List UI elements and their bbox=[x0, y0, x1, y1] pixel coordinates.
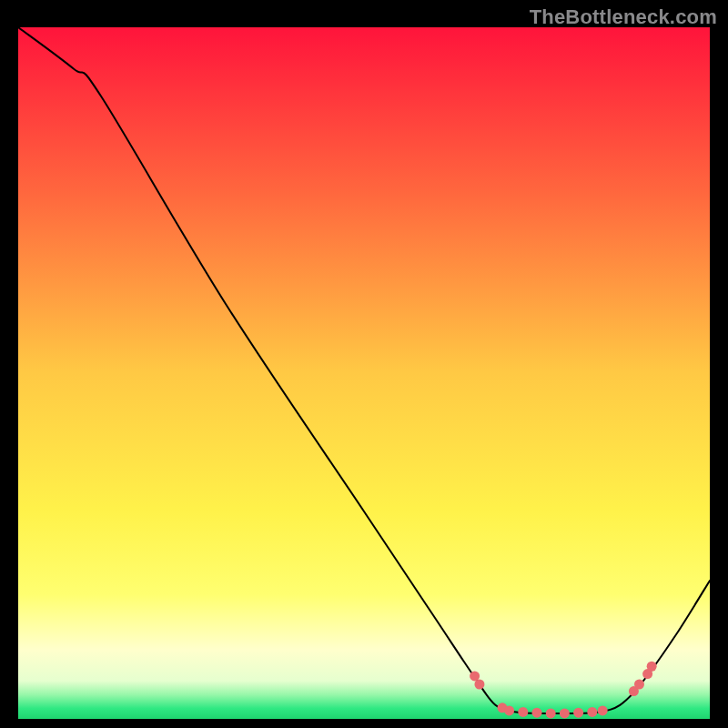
plot-area bbox=[18, 27, 710, 719]
data-marker bbox=[546, 708, 556, 718]
data-marker bbox=[532, 708, 542, 718]
data-marker bbox=[573, 708, 583, 718]
data-marker bbox=[647, 662, 657, 672]
data-marker bbox=[587, 707, 597, 717]
data-marker bbox=[518, 707, 528, 717]
chart-container: TheBottleneck.com bbox=[0, 0, 728, 728]
attribution-label: TheBottleneck.com bbox=[530, 5, 717, 29]
data-marker bbox=[560, 708, 570, 718]
data-marker bbox=[474, 680, 484, 690]
data-marker bbox=[598, 705, 608, 715]
data-marker bbox=[634, 680, 644, 690]
data-marker bbox=[504, 705, 514, 715]
chart-svg bbox=[18, 27, 710, 719]
